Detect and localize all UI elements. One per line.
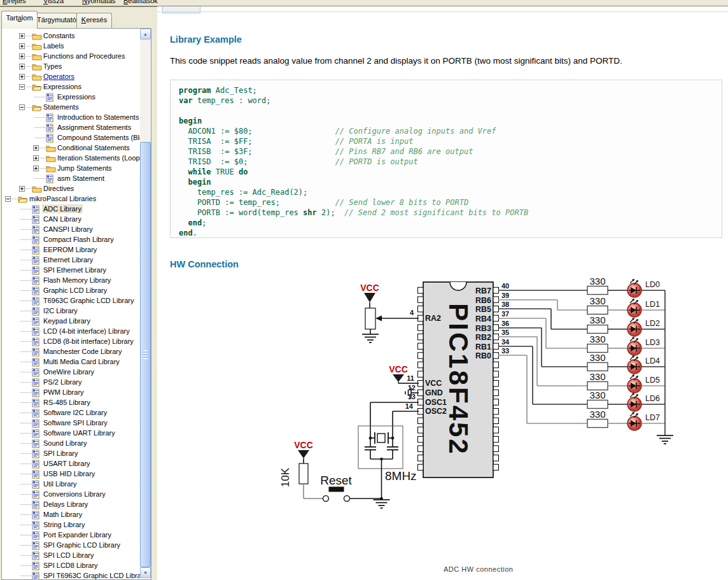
tree-item-label[interactable]: Sound Library [42, 439, 88, 448]
tree-item-spi-lcd8-library[interactable]: SPI LCD8 Library [2, 560, 151, 570]
tree-item-label[interactable]: mikroPascal Libraries [28, 194, 97, 203]
tree-item-label[interactable]: SPI T6963C Graphic LCD Libra [42, 571, 143, 580]
tree-item-functions-and-procedures[interactable]: Functions and Procedures [2, 51, 151, 61]
tree-item-label[interactable]: Constants [42, 31, 76, 40]
tree-item-label[interactable]: Introduction to Statements [56, 113, 140, 122]
tree-item-directives[interactable]: Directives [2, 183, 151, 194]
tree-item-label[interactable]: PWM Library [42, 388, 85, 397]
expand-icon[interactable] [19, 43, 25, 50]
tree-scrollbar[interactable]: ▲ ▼ [140, 29, 151, 578]
tree-item-label[interactable]: LCD8 (8-bit interface) Library [42, 337, 135, 346]
tree-item-keypad-library[interactable]: Keypad Library [2, 316, 151, 326]
tree-item-spi-ethernet-library[interactable]: SPI Ethernet Library [2, 265, 151, 275]
tree-item-asm-statement[interactable]: asm Statement [2, 173, 151, 183]
tree-item-adc-library[interactable]: ADC Library [2, 204, 151, 214]
tree-item-usb-hid-library[interactable]: USB HID Library [2, 469, 151, 479]
tree-item-software-uart-library[interactable]: Software UART Library [2, 428, 151, 438]
tree-item-expressions[interactable]: Expressions [2, 92, 151, 102]
tree-item-delays-library[interactable]: Delays Library [2, 499, 151, 509]
scroll-down-button[interactable]: ▼ [140, 567, 151, 578]
menu-item-1[interactable]: Vissza [43, 0, 64, 4]
tree-item-canspi-library[interactable]: CANSPI Library [2, 224, 151, 234]
tree-item-label[interactable]: SPI LCD8 Library [42, 561, 99, 570]
tree-item-label[interactable]: SPI LCD Library [42, 551, 95, 560]
tree-item-label[interactable]: Keypad Library [42, 316, 92, 325]
tree-item-label[interactable]: PS/2 Library [42, 378, 83, 386]
tree-item-sound-library[interactable]: Sound Library [2, 438, 151, 448]
tree-item-mikropascal-libraries[interactable]: mikroPascal Libraries [2, 194, 151, 204]
tree-item-label[interactable]: Software SPI Library [42, 418, 109, 427]
tree-item-statements[interactable]: Statements [2, 102, 151, 112]
tree-item-introduction-to-statements[interactable]: Introduction to Statements [2, 112, 151, 122]
tree-item-label[interactable]: Graphic LCD Library [42, 286, 108, 295]
tree-item-compact-flash-library[interactable]: Compact Flash Library [2, 234, 151, 244]
tree-item-label[interactable]: RS-485 Library [42, 398, 92, 407]
tab-keresés[interactable]: Keresés [76, 13, 112, 29]
tree-item-label[interactable]: String Library [42, 520, 86, 529]
tree-item-spi-graphic-lcd-library[interactable]: SPI Graphic LCD Library [2, 540, 151, 550]
tree-item-pwm-library[interactable]: PWM Library [2, 387, 151, 397]
tree-item-label[interactable]: LCD (4-bit interface) Library [42, 327, 131, 336]
collapse-icon[interactable] [5, 195, 11, 203]
tree-item-jump-statements[interactable]: Jump Statements [2, 163, 151, 173]
tree-item-can-library[interactable]: CAN Library [2, 214, 151, 224]
tree-item-label[interactable]: Conditional Statements [56, 143, 131, 152]
tree-item-onewire-library[interactable]: OneWire Library [2, 367, 151, 377]
tree-item-ps-2-library[interactable]: PS/2 Library [2, 377, 151, 387]
tree-item-software-i2c-library[interactable]: Software I2C Library [2, 407, 151, 418]
tree-item-label[interactable]: Operators [42, 72, 76, 81]
tree-item-t6963c-graphic-lcd-library[interactable]: T6963C Graphic LCD Library [2, 295, 151, 306]
tree-item-software-spi-library[interactable]: Software SPI Library [2, 418, 151, 428]
tree-item-constants[interactable]: Constants [2, 31, 151, 41]
tree-item-label[interactable]: Types [42, 62, 63, 71]
tree-item-label[interactable]: Statements [42, 103, 80, 111]
expand-icon[interactable] [19, 32, 25, 40]
tree-item-label[interactable]: asm Statement [56, 174, 106, 183]
tree-item-label[interactable]: Ethernet Library [42, 255, 94, 264]
tab-tartalom[interactable]: Tartalom [1, 11, 38, 29]
menu-item-3[interactable]: Beállítások [123, 0, 158, 4]
tree-item-label[interactable]: Directives [42, 184, 75, 193]
tree-item-spi-t6963c-graphic-lcd-libra[interactable]: SPI T6963C Graphic LCD Libra [2, 570, 151, 580]
tree-item-label[interactable]: Flash Memory Library [42, 276, 112, 285]
tree-item-label[interactable]: USB HID Library [42, 469, 96, 478]
tree-item-i2c-library[interactable]: I2C Library [2, 306, 151, 316]
tree-item-label[interactable]: Functions and Procedures [42, 52, 126, 60]
tree-item-usart-library[interactable]: USART Library [2, 458, 151, 469]
tree-item-ethernet-library[interactable]: Ethernet Library [2, 255, 151, 265]
menu-item-0[interactable]: Elrejtés [3, 0, 26, 4]
tree-item-label[interactable]: SPI Ethernet Library [42, 265, 108, 274]
tree-item-label[interactable]: Conversions Library [42, 490, 107, 499]
tree-item-label[interactable]: EEPROM Library [42, 245, 98, 254]
tree-item-label[interactable]: SPI Library [42, 449, 79, 458]
tree-item-label[interactable]: Software I2C Library [42, 408, 108, 417]
expand-icon[interactable] [19, 63, 25, 71]
expand-icon[interactable] [33, 155, 39, 162]
collapse-icon[interactable] [19, 104, 25, 111]
tree-item-label[interactable]: CAN Library [42, 215, 83, 223]
scroll-up-button[interactable]: ▲ [140, 29, 151, 39]
expand-icon[interactable] [19, 53, 25, 60]
tree-item-math-library[interactable]: Math Library [2, 509, 151, 520]
tree-item-labels[interactable]: Labels [2, 41, 151, 51]
tree-item-label[interactable]: Iteration Statements (Loops [56, 153, 144, 162]
tree-item-label[interactable]: T6963C Graphic LCD Library [42, 296, 135, 305]
tree-item-label[interactable]: CANSPI Library [42, 225, 94, 234]
tree-item-compound-statements-blo[interactable]: Compound Statements (Blo [2, 132, 151, 143]
tree-item-label[interactable]: ADC Library [42, 204, 83, 213]
tree-item-label[interactable]: OneWire Library [42, 367, 95, 376]
tree-item-port-expander-library[interactable]: Port Expander Library [2, 530, 151, 540]
tree-item-label[interactable]: I2C Library [42, 306, 79, 315]
tree-item-label[interactable]: Labels [42, 41, 65, 50]
tree-item-graphic-lcd-library[interactable]: Graphic LCD Library [2, 285, 151, 295]
tree-item-label[interactable]: Expressions [56, 92, 97, 101]
expand-icon[interactable] [33, 145, 39, 152]
tree-item-conversions-library[interactable]: Conversions Library [2, 489, 151, 499]
tree-item-label[interactable]: Expressions [42, 82, 83, 91]
tree-item-spi-lcd-library[interactable]: SPI LCD Library [2, 550, 151, 560]
tree-item-label[interactable]: Math Library [42, 510, 83, 519]
tree-item-label[interactable]: Jump Statements [56, 164, 113, 173]
tree-item-label[interactable]: SPI Graphic LCD Library [42, 541, 122, 549]
scroll-thumb[interactable] [140, 142, 151, 567]
tree-item-conditional-statements[interactable]: Conditional Statements [2, 143, 151, 153]
